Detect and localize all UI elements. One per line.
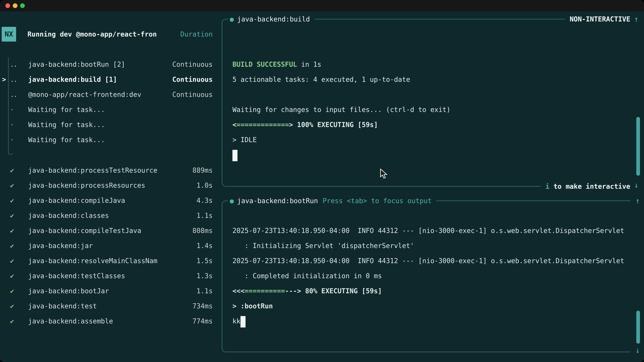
check-icon: ✔ [10, 208, 28, 223]
task-row[interactable]: ✔ java-backend:resolveMainClassNam 1.5s [0, 253, 213, 269]
check-icon: ✔ [10, 284, 28, 299]
task-row[interactable]: ✔ java-backend:bootJar 1.1s [0, 284, 213, 299]
task-duration: 4.3s [196, 193, 213, 208]
log-line: : Completed initialization in 0 ms [232, 269, 628, 284]
sidebar-title: Running dev @mono-app/react-fron [28, 27, 157, 41]
task-row[interactable]: .. java-backend:bootRun [2] Continuous [0, 57, 213, 72]
help-label: help: [185, 358, 205, 362]
task-row[interactable]: ✔ java-backend:testClasses 1.3s [0, 269, 213, 284]
progress-line: <<<==========---> 80% EXECUTING [59s] [232, 284, 628, 299]
task-duration: Continuous [172, 57, 213, 72]
task-duration: 1.5s [196, 253, 213, 269]
build-pane-header: ● java-backend:build NON-INTERACTIVE [222, 13, 630, 25]
terminal-line: 5 actionable tasks: 4 executed, 1 up-to-… [232, 72, 628, 87]
task-duration: 889ms [192, 163, 213, 178]
bootrun-output-pane[interactable]: ● java-backend:bootRun Press <tab> to fo… [222, 200, 630, 352]
quit-label: quit: [149, 358, 169, 362]
build-pane-title: java-backend:build [237, 13, 314, 25]
check-icon: ✔ [10, 163, 28, 178]
terminal-line: Waiting for changes to input files... (c… [232, 102, 628, 117]
running-task-list: .. java-backend:bootRun [2] Continuous >… [0, 57, 213, 147]
minimize-button[interactable] [13, 3, 18, 8]
check-icon: ✔ [10, 193, 28, 208]
check-icon: ✔ [10, 299, 28, 314]
task-row[interactable]: ✔ java-backend:processResources 1.0s [0, 178, 213, 193]
completed-task-list: ✔ java-backend:processTestResource 889ms… [0, 163, 213, 329]
check-icon: ✔ [10, 314, 28, 329]
spinner-icon: .. [10, 57, 28, 72]
mode-badge: NON-INTERACTIVE [565, 13, 630, 25]
task-row[interactable]: · Waiting for task... [0, 132, 213, 147]
task-row[interactable]: .. @mono-app/react-frontend:dev Continuo… [0, 87, 213, 102]
bootrun-scrollbar-thumb[interactable] [636, 311, 640, 344]
scroll-down-icon[interactable]: ↓ [632, 345, 643, 355]
terminal-line: > IDLE [232, 132, 628, 147]
build-scrollbar-thumb[interactable] [636, 117, 640, 176]
bootrun-pane-title: java-backend:bootRun [237, 195, 323, 207]
log-line: 2025-07-23T13:40:18.950-04:00 INFO 44312… [232, 223, 628, 238]
hint-key: i [546, 182, 550, 190]
task-duration: 734ms [192, 299, 213, 314]
close-button[interactable] [5, 3, 10, 8]
blank-line [232, 87, 628, 102]
task-row[interactable]: · Waiting for task... [0, 117, 213, 132]
zoom-button[interactable] [20, 3, 25, 8]
sidebar-footer: ←1/2→ quit:qhelp:? [2, 343, 213, 358]
task-duration: 1.1s [196, 284, 213, 299]
bootrun-terminal-output: 2025-07-23T13:40:18.950-04:00 INFO 44312… [232, 223, 628, 329]
check-icon: ✔ [10, 253, 28, 269]
task-row[interactable]: ✔ java-backend:classes 1.1s [0, 208, 213, 223]
task-row[interactable]: ✔ java-backend:processTestResource 889ms [0, 163, 213, 178]
task-label: java-backend:compileTestJava [28, 223, 192, 238]
check-icon: ✔ [10, 238, 28, 253]
scroll-up-icon[interactable]: ↑ [631, 14, 641, 24]
build-success-text: BUILD SUCCESSFUL [232, 60, 297, 68]
task-row[interactable]: ✔ java-backend:assemble 774ms [0, 314, 213, 329]
task-duration: Continuous [172, 87, 213, 102]
terminal-window: NX Running dev @mono-app/react-fron Dura… [0, 0, 644, 362]
task-label: java-backend:processResources [28, 178, 196, 193]
hint-text: to make interactive [550, 182, 630, 190]
task-row[interactable]: ✔ java-backend:jar 1.4s [0, 238, 213, 253]
selection-arrow: > [0, 72, 10, 87]
task-bullet-icon: ● [228, 13, 237, 25]
interactive-hint: i to make interactive [541, 180, 630, 192]
quit-key: q [172, 358, 176, 362]
task-bullet-icon: ● [228, 195, 237, 207]
task-row[interactable]: · Waiting for task... [0, 102, 213, 117]
task-duration: Continuous [172, 72, 213, 87]
task-row[interactable]: ✔ java-backend:compileJava 4.3s [0, 193, 213, 208]
build-terminal-output: BUILD SUCCESSFUL in 1s 5 actionable task… [232, 57, 628, 163]
spinner-icon: .. [10, 72, 28, 87]
scroll-down-icon[interactable]: ↓ [631, 180, 641, 190]
task-label: java-backend:testClasses [28, 269, 196, 284]
terminal-cursor [240, 316, 246, 327]
task-label: Waiting for task... [28, 102, 213, 117]
pager-indicator: 1/2 [41, 358, 53, 362]
task-label: java-backend:test [28, 299, 192, 314]
terminal-cursor [232, 150, 238, 161]
task-label: java-backend:processTestResource [28, 163, 192, 178]
task-duration: 774ms [192, 314, 213, 329]
scroll-up-icon[interactable]: ↑ [632, 196, 643, 206]
nx-logo: NX [2, 27, 16, 41]
task-row-selected[interactable]: > .. java-backend:build [1] Continuous [0, 72, 213, 87]
task-label: java-backend:compileJava [28, 193, 196, 208]
task-duration: 1.3s [196, 269, 213, 284]
check-icon: ✔ [10, 223, 28, 238]
waiting-dot-icon: · [10, 132, 28, 147]
progress-bar: ========== [244, 287, 285, 295]
pager-next-icon[interactable]: → [56, 358, 60, 362]
duration-header: Duration [180, 27, 213, 41]
task-duration: 1.4s [196, 238, 213, 253]
cursor-line [232, 147, 628, 163]
task-row[interactable]: ✔ java-backend:compileTestJava 808ms [0, 223, 213, 238]
build-output-pane[interactable]: ● java-backend:build NON-INTERACTIVE BUI… [222, 19, 630, 187]
pager-prev-icon[interactable]: ← [34, 358, 38, 362]
input-line[interactable]: kk [232, 314, 628, 329]
task-label: Waiting for task... [28, 132, 213, 147]
task-row[interactable]: ✔ java-backend:test 734ms [0, 299, 213, 314]
check-icon: ✔ [10, 269, 28, 284]
bootrun-pane-header: ● java-backend:bootRun Press <tab> to fo… [222, 195, 630, 207]
task-label: Waiting for task... [28, 117, 213, 132]
